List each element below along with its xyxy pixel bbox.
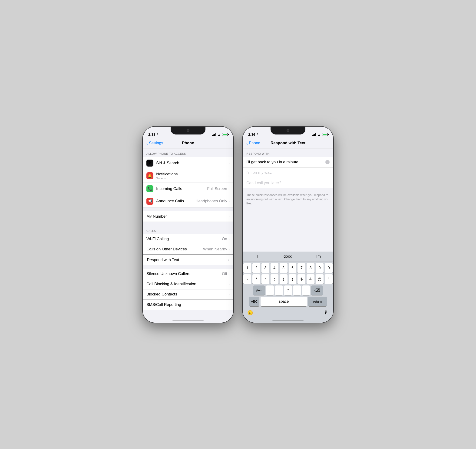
list-item-my-number[interactable]: My Number ›: [143, 211, 233, 222]
wifi-icon-1: ▲: [218, 133, 221, 136]
list-item-silence[interactable]: Silence Unknown Callers Off ›: [143, 269, 233, 279]
back-chevron-2: ‹: [246, 141, 248, 146]
list-item-announce-calls[interactable]: 📢 Announce Calls Headphones Only ›: [143, 195, 233, 207]
keyboard-row-symbols1: - / : ; ( ) $ & @ ": [243, 273, 333, 284]
key-period[interactable]: .: [266, 286, 274, 295]
siri-icon: 🎙: [147, 160, 153, 167]
status-icons-2: ▲: [312, 133, 328, 136]
key-backspace[interactable]: ⌫: [311, 286, 323, 295]
key-minus[interactable]: -: [243, 274, 251, 284]
notif-label: Notifications: [156, 172, 228, 177]
key-9[interactable]: 9: [316, 263, 323, 273]
key-at[interactable]: @: [316, 274, 323, 284]
sms-reporting-label: SMS/Call Reporting: [147, 303, 228, 307]
siri-label-wrap: Siri & Search: [156, 161, 228, 165]
respond-text-input-1[interactable]: [246, 160, 323, 164]
list-item-sms-reporting[interactable]: SMS/Call Reporting ›: [143, 300, 233, 310]
respond-text-item-3[interactable]: Can I call you later?: [243, 178, 333, 188]
key-slash[interactable]: /: [252, 274, 260, 284]
respond-text-item-1[interactable]: ✕: [243, 157, 333, 168]
notch-2: [271, 127, 306, 135]
announce-calls-label-wrap: Announce Calls: [156, 199, 195, 203]
suggestion-1[interactable]: I: [243, 252, 273, 261]
key-colon[interactable]: :: [261, 274, 269, 284]
suggestion-3[interactable]: I'm: [303, 252, 333, 261]
wifi-calling-chevron: ›: [228, 237, 230, 241]
respond-text-item-2[interactable]: I'm on my way.: [243, 168, 333, 178]
key-7[interactable]: 7: [297, 263, 306, 273]
allow-list-group: 🎙 Siri & Search › 🔔 Notifications Sounds: [143, 157, 233, 208]
key-2[interactable]: 2: [252, 263, 260, 273]
calls-other-label: Calls on Other Devices: [147, 247, 203, 252]
keyboard-row-symbols2: #+= . , ? ! ' ⌫: [243, 284, 333, 295]
notif-chevron: ›: [228, 174, 230, 178]
back-label-1: Settings: [149, 141, 163, 146]
key-dollar[interactable]: $: [297, 274, 306, 284]
incoming-calls-label: Incoming Calls: [156, 186, 207, 191]
keyboard-suggestion-bar: I good I'm: [243, 252, 333, 262]
respond-text-chevron: ›: [228, 258, 229, 262]
mic-button[interactable]: 🎙: [321, 308, 330, 318]
suggestion-2[interactable]: good: [273, 252, 303, 261]
notif-sublabel: Sounds: [156, 177, 228, 180]
list-item-blocked-contacts[interactable]: Blocked Contacts ›: [143, 289, 233, 300]
signal-bars-1: [212, 133, 216, 136]
siri-chevron: ›: [228, 161, 230, 165]
list-item-calls-other[interactable]: Calls on Other Devices When Nearby ›: [143, 244, 233, 255]
back-label-2: Phone: [249, 141, 260, 146]
section-allow-header: ALLOW PHONE TO ACCESS: [143, 148, 233, 157]
list-item-siri[interactable]: 🎙 Siri & Search ›: [143, 157, 233, 169]
respond-text-placeholder-2: I'm on my way.: [246, 170, 329, 175]
key-semicolon[interactable]: ;: [271, 274, 278, 284]
battery-fill-1: [223, 134, 227, 135]
key-1[interactable]: 1: [243, 263, 251, 273]
more-list-group: Silence Unknown Callers Off › Call Block…: [143, 269, 233, 310]
nav-header-2: ‹ Phone Respond with Text: [243, 138, 333, 148]
front-camera-2: [287, 129, 289, 132]
signal-bars-2: [312, 133, 316, 136]
back-button-1[interactable]: ‹ Settings: [147, 141, 163, 146]
key-abc[interactable]: ABC: [249, 297, 259, 306]
key-space[interactable]: space: [261, 297, 307, 306]
signal-bar-2-4: [315, 133, 316, 136]
key-hashplus[interactable]: #+=: [253, 286, 265, 295]
key-apostrophe[interactable]: ': [302, 286, 310, 295]
key-6[interactable]: 6: [289, 263, 297, 273]
key-5[interactable]: 5: [280, 263, 288, 273]
signal-bar-2: [213, 135, 214, 136]
notif-icon: 🔔: [147, 172, 153, 179]
back-button-2[interactable]: ‹ Phone: [246, 141, 260, 146]
key-return[interactable]: return: [308, 297, 327, 306]
key-rparen[interactable]: ): [289, 274, 297, 284]
key-question[interactable]: ?: [284, 286, 292, 295]
list-item-respond-text[interactable]: Respond with Text ›: [143, 255, 233, 265]
section-calls-header: CALLS: [143, 225, 233, 234]
key-8[interactable]: 8: [306, 263, 314, 273]
key-4[interactable]: 4: [271, 263, 278, 273]
key-0[interactable]: 0: [325, 263, 333, 273]
list-item-incoming-calls[interactable]: 📞 Incoming Calls Full Screen ›: [143, 183, 233, 195]
key-lparen[interactable]: (: [280, 274, 288, 284]
respond-clear-btn-1[interactable]: ✕: [325, 160, 329, 164]
emoji-button[interactable]: 🙂: [245, 308, 255, 318]
blocked-contacts-chevron: ›: [228, 292, 230, 296]
list-item-notifications[interactable]: 🔔 Notifications Sounds ›: [143, 169, 233, 183]
signal-bar-1: [212, 135, 213, 136]
key-quote[interactable]: ": [325, 274, 333, 284]
my-number-label: My Number: [147, 214, 228, 219]
list-item-call-blocking[interactable]: Call Blocking & Identification ›: [143, 279, 233, 289]
list-item-wifi-calling[interactable]: Wi-Fi Calling On ›: [143, 234, 233, 244]
key-comma[interactable]: ,: [275, 286, 283, 295]
front-camera-1: [187, 129, 189, 132]
key-amp[interactable]: &: [306, 274, 314, 284]
respond-text-group: ✕ I'm on my way. Can I call you later?: [243, 157, 333, 188]
calls-other-chevron: ›: [228, 247, 230, 251]
content-1: ALLOW PHONE TO ACCESS 🎙 Siri & Search › …: [143, 148, 233, 323]
call-blocking-label: Call Blocking & Identification: [147, 282, 228, 286]
key-3[interactable]: 3: [261, 263, 269, 273]
status-icons-1: ▲: [212, 133, 228, 136]
announce-calls-chevron: ›: [228, 199, 230, 203]
key-exclaim[interactable]: !: [293, 286, 301, 295]
sms-reporting-chevron: ›: [228, 303, 230, 307]
back-chevron-1: ‹: [147, 141, 148, 146]
